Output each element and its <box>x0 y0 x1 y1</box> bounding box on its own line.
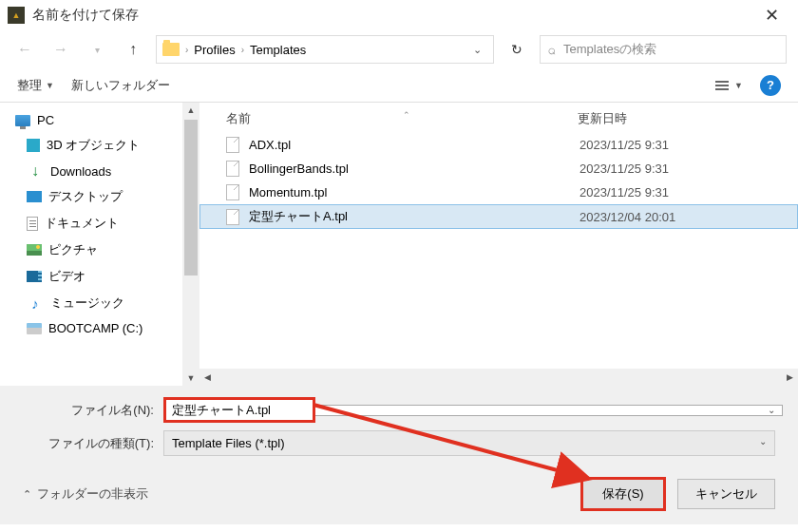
filename-input[interactable] <box>163 397 315 423</box>
column-label: 更新日時 <box>578 111 627 125</box>
help-button[interactable]: ? <box>760 75 781 96</box>
desktop-icon <box>27 191 42 202</box>
organize-label: 整理 <box>17 77 42 94</box>
column-header-date[interactable]: 更新日時 <box>578 110 787 127</box>
scroll-thumb[interactable] <box>184 120 198 276</box>
chevron-right-icon: › <box>241 45 244 55</box>
sidebar-scrollbar[interactable]: ▲ ▼ <box>182 103 200 386</box>
scroll-right-icon[interactable]: ▶ <box>782 372 798 382</box>
filename-input-extend[interactable] <box>315 405 783 416</box>
sidebar-item-drive-c[interactable]: BOOTCAMP (C:) <box>0 316 200 340</box>
column-headers: 名前 ⌃ 更新日時 <box>200 103 798 133</box>
file-date: 2023/11/25 9:31 <box>580 138 669 152</box>
new-folder-label: 新しいフォルダー <box>71 77 170 94</box>
save-button[interactable]: 保存(S) <box>580 477 666 511</box>
breadcrumb[interactable]: › Profiles › Templates ⌄ <box>156 35 494 64</box>
up-button[interactable]: ↑ <box>120 36 146 63</box>
chevron-down-icon: ⌄ <box>759 436 767 450</box>
column-header-name[interactable]: 名前 ⌃ <box>226 110 578 127</box>
horizontal-scrollbar[interactable]: ◀ ▶ <box>200 369 798 386</box>
scroll-down-icon[interactable]: ▼ <box>187 370 196 386</box>
sidebar-item-desktop[interactable]: デスクトップ <box>0 183 200 210</box>
sidebar-item-label: ドキュメント <box>45 215 119 232</box>
sidebar-item-music[interactable]: ♪ ミュージック <box>0 290 200 316</box>
sidebar-item-pc[interactable]: PC <box>0 108 200 132</box>
forward-button: → <box>48 36 74 63</box>
pictures-icon <box>27 244 42 256</box>
app-icon: ▲ <box>8 7 25 24</box>
search-icon: ⌕ <box>548 42 556 57</box>
filename-label: ファイル名(N): <box>23 402 163 419</box>
search-input[interactable]: ⌕ Templatesの検索 <box>540 35 787 64</box>
file-icon <box>226 209 239 225</box>
sidebar-item-label: ビデオ <box>48 268 86 285</box>
new-folder-button[interactable]: 新しいフォルダー <box>71 77 170 94</box>
sidebar-item-label: 3D オブジェクト <box>47 137 140 154</box>
sort-indicator-icon: ⌃ <box>403 110 410 120</box>
file-icon <box>226 184 239 200</box>
sidebar-item-pictures[interactable]: ピクチャ <box>0 237 200 263</box>
cancel-label: キャンセル <box>695 486 757 501</box>
path-dropdown[interactable]: ⌄ <box>467 44 487 56</box>
footer: ⌃ フォルダーの非表示 保存(S) キャンセル <box>0 467 798 524</box>
3d-objects-icon <box>27 139 40 152</box>
music-icon: ♪ <box>27 295 44 311</box>
cancel-button[interactable]: キャンセル <box>677 479 775 509</box>
filetype-label: ファイルの種類(T): <box>23 435 163 452</box>
hide-folders-toggle[interactable]: ⌃ フォルダーの非表示 <box>23 485 148 503</box>
folder-icon <box>162 43 180 56</box>
file-name: 定型チャートA.tpl <box>249 208 580 225</box>
file-date: 2023/11/25 9:31 <box>580 162 669 176</box>
sidebar-item-label: デスクトップ <box>48 188 123 205</box>
close-button[interactable]: ✕ <box>752 2 790 28</box>
scroll-left-icon[interactable]: ◀ <box>200 372 216 382</box>
toolbar: 整理 ▼ 新しいフォルダー ▼ ? <box>0 68 798 103</box>
sidebar-item-label: BOOTCAMP (C:) <box>48 321 142 335</box>
body-area: PC 3D オブジェクト ↓ Downloads デスクトップ ドキュメント ピ… <box>0 103 798 386</box>
file-date: 2023/11/25 9:31 <box>580 185 669 200</box>
sidebar-item-downloads[interactable]: ↓ Downloads <box>0 159 200 183</box>
organize-menu[interactable]: 整理 ▼ <box>17 77 54 94</box>
filetype-value: Template Files (*.tpl) <box>172 436 284 450</box>
filename-dropdown[interactable]: ⌄ <box>768 405 775 415</box>
downloads-icon: ↓ <box>27 163 44 179</box>
sidebar-item-label: PC <box>37 113 54 127</box>
sidebar-item-3d-objects[interactable]: 3D オブジェクト <box>0 132 200 159</box>
breadcrumb-item[interactable]: Templates <box>250 43 306 57</box>
file-row[interactable]: ADX.tpl 2023/11/25 9:31 <box>200 133 798 157</box>
sidebar-item-label: ピクチャ <box>48 241 98 258</box>
file-name: ADX.tpl <box>249 138 580 152</box>
view-mode-button[interactable]: ▼ <box>715 81 743 90</box>
file-row[interactable]: Momentum.tpl 2023/11/25 9:31 <box>200 180 798 204</box>
sidebar: PC 3D オブジェクト ↓ Downloads デスクトップ ドキュメント ピ… <box>0 103 200 386</box>
file-icon <box>226 137 239 153</box>
scroll-up-icon[interactable]: ▲ <box>187 103 196 118</box>
pc-icon <box>15 115 30 126</box>
save-label: 保存(S) <box>602 486 643 501</box>
chevron-right-icon: › <box>185 45 188 55</box>
sidebar-item-documents[interactable]: ドキュメント <box>0 210 200 237</box>
sidebar-item-videos[interactable]: ビデオ <box>0 263 200 290</box>
videos-icon <box>27 271 42 282</box>
breadcrumb-item[interactable]: Profiles <box>194 43 235 57</box>
refresh-button[interactable]: ↻ <box>504 36 530 63</box>
back-button[interactable]: ← <box>11 36 38 63</box>
window-title: 名前を付けて保存 <box>32 7 752 24</box>
filetype-select[interactable]: Template Files (*.tpl) ⌄ <box>163 430 775 456</box>
list-view-icon <box>715 81 729 90</box>
file-row-selected[interactable]: 定型チャートA.tpl 2023/12/04 20:01 <box>200 204 798 229</box>
chevron-up-icon: ⌃ <box>23 488 31 501</box>
file-name: Momentum.tpl <box>249 185 580 200</box>
sidebar-item-label: Downloads <box>50 164 111 179</box>
file-row[interactable]: BollingerBands.tpl 2023/11/25 9:31 <box>200 157 798 180</box>
hide-folders-label: フォルダーの非表示 <box>37 485 148 503</box>
drive-icon <box>27 323 42 334</box>
recent-dropdown[interactable]: ▾ <box>84 36 110 63</box>
column-label: 名前 <box>226 111 251 125</box>
file-date: 2023/12/04 20:01 <box>580 210 675 224</box>
navbar: ← → ▾ ↑ › Profiles › Templates ⌄ ↻ ⌕ Tem… <box>0 30 798 68</box>
sidebar-item-label: ミュージック <box>50 294 124 312</box>
documents-icon <box>27 217 38 231</box>
chevron-down-icon: ▼ <box>46 81 54 90</box>
file-icon <box>226 161 239 177</box>
